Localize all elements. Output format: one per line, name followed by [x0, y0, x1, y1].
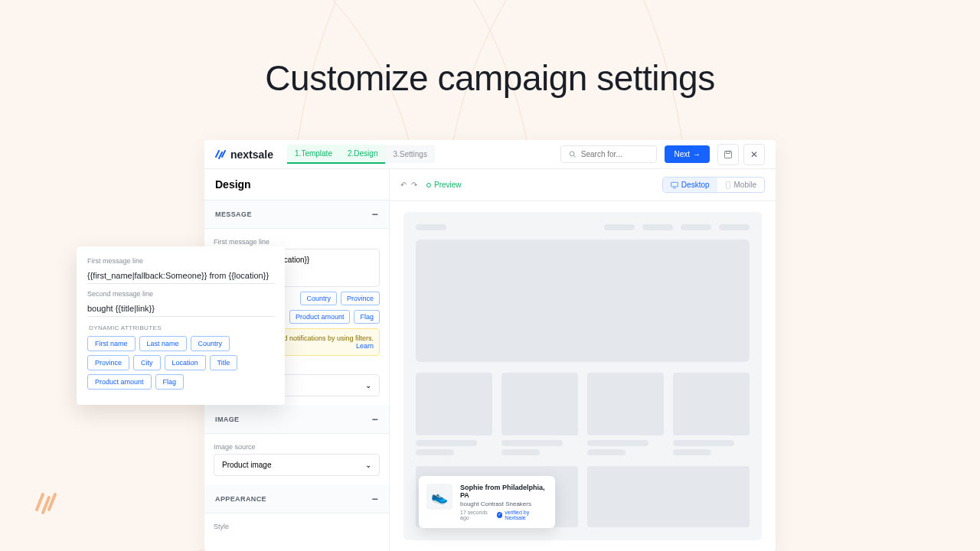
step-design[interactable]: 2.Design [340, 145, 385, 164]
brand-watermark [34, 488, 61, 516]
skel [719, 224, 750, 230]
sidebar-title: Design [204, 169, 389, 201]
attr-chip[interactable]: Title [210, 355, 238, 370]
app-window: nextsale 1.Template 2.Design 3.Settings … [204, 140, 776, 551]
skel [416, 440, 477, 446]
skel [416, 449, 454, 455]
attr-chip[interactable]: Province [87, 355, 129, 370]
step-settings[interactable]: 3.Settings [385, 145, 434, 163]
arrow-right-icon: → [693, 150, 701, 158]
svg-rect-6 [726, 181, 730, 188]
skel [673, 449, 711, 455]
notification-preview[interactable]: 👟 Sophie from Philadelphia, PA bought Co… [419, 476, 555, 528]
close-icon: ✕ [750, 149, 758, 160]
dot-icon [426, 183, 431, 187]
chip-product-amount[interactable]: Product amount [289, 310, 351, 324]
preview-panel: ↶ ↷ Preview Desktop Mobile [390, 169, 776, 551]
redo-icon[interactable]: ↷ [411, 181, 417, 189]
chip-flag[interactable]: Flag [354, 310, 380, 324]
search-input[interactable] [581, 150, 649, 158]
skel [587, 466, 750, 527]
skel [681, 224, 711, 230]
next-label: Next [674, 150, 690, 158]
page-title: Customize campaign settings [0, 57, 980, 99]
view-desktop[interactable]: Desktop [663, 178, 717, 192]
attr-chip[interactable]: Last name [139, 336, 187, 351]
attr-chip[interactable]: Flag [155, 374, 185, 390]
popover-second-input[interactable] [87, 301, 274, 317]
preview-canvas: 👟 Sophie from Philadelphia, PA bought Co… [390, 201, 776, 551]
skel [642, 224, 673, 230]
attr-chip[interactable]: Location [165, 355, 206, 370]
undo-icon[interactable]: ↶ [400, 181, 407, 189]
svg-rect-4 [671, 182, 678, 187]
first-line-label: First message line [214, 238, 380, 246]
desktop-icon [671, 181, 678, 189]
svg-rect-3 [727, 151, 730, 153]
skel-hero [416, 240, 750, 362]
skel [673, 373, 750, 435]
logo-icon [215, 148, 227, 161]
skel [587, 373, 664, 435]
image-source-select[interactable]: Product image ⌄ [214, 454, 380, 476]
svg-point-0 [570, 152, 575, 156]
topbar: nextsale 1.Template 2.Design 3.Settings … [204, 140, 776, 169]
brand-text: nextsale [230, 148, 273, 161]
dynamic-attrs-title: DYNAMIC ATTRIBUTES [89, 324, 273, 331]
chevron-down-icon: ⌄ [365, 381, 371, 390]
popover-first-label: First message line [87, 257, 274, 265]
chevron-down-icon: ⌄ [365, 461, 371, 469]
notif-title: Sophie from Philadelphia, PA [460, 484, 547, 499]
popover-first-input[interactable] [87, 268, 274, 284]
attr-chip[interactable]: Country [191, 336, 230, 351]
message-popover: First message line Second message line D… [77, 246, 285, 405]
skel [604, 224, 635, 230]
svg-rect-2 [725, 151, 732, 158]
search-icon [569, 150, 576, 158]
preview-toolbar: ↶ ↷ Preview Desktop Mobile [390, 169, 776, 201]
chip-province[interactable]: Province [341, 292, 380, 305]
section-message-head[interactable]: MESSAGE − [204, 201, 389, 229]
section-appearance-body: Style [204, 514, 389, 543]
mobile-icon [725, 181, 731, 189]
skel-grid [416, 373, 750, 455]
breadcrumb-steps: 1.Template 2.Design 3.Settings [287, 145, 435, 164]
skel [416, 224, 446, 230]
notif-subtitle: bought Contrast Sneakers [460, 500, 547, 507]
brand-logo[interactable]: nextsale [215, 148, 273, 161]
skel [587, 449, 626, 455]
skel [501, 449, 540, 455]
verified-icon [497, 512, 502, 518]
dynamic-attrs: First name Last name Country Province Ci… [87, 336, 274, 390]
chip-country[interactable]: Country [300, 292, 337, 305]
learn-link[interactable]: Learn [356, 342, 374, 350]
step-template[interactable]: 1.Template [287, 145, 340, 164]
search-input-wrapper[interactable] [560, 145, 657, 163]
product-thumb: 👟 [426, 484, 452, 510]
next-button[interactable]: Next → [665, 145, 710, 163]
section-image-head[interactable]: IMAGE − [204, 406, 389, 434]
skel [501, 373, 578, 435]
save-icon-button[interactable] [717, 144, 739, 165]
notif-time: 17 seconds ago [460, 510, 495, 520]
view-mobile[interactable]: Mobile [717, 178, 764, 192]
save-icon [724, 150, 733, 159]
skel [673, 440, 734, 446]
collapse-icon[interactable]: − [371, 493, 378, 505]
attr-chip[interactable]: Product amount [87, 374, 152, 390]
attr-chip[interactable]: First name [87, 336, 136, 351]
attr-chip[interactable]: City [133, 355, 161, 370]
skel [587, 440, 648, 446]
notif-verified: verified by Nextsale [505, 510, 547, 520]
svg-line-1 [574, 155, 576, 157]
skel [501, 440, 563, 446]
collapse-icon[interactable]: − [371, 208, 378, 220]
preview-link[interactable]: Preview [426, 181, 462, 189]
view-toggle: Desktop Mobile [662, 177, 765, 193]
close-button[interactable]: ✕ [743, 144, 765, 165]
section-appearance-head[interactable]: APPEARANCE − [204, 485, 389, 514]
skeleton-frame: 👟 Sophie from Philadelphia, PA bought Co… [403, 212, 762, 540]
collapse-icon[interactable]: − [371, 413, 378, 425]
image-source-label: Image source [214, 443, 380, 451]
section-image-body: Image source Product image ⌄ [204, 434, 389, 485]
